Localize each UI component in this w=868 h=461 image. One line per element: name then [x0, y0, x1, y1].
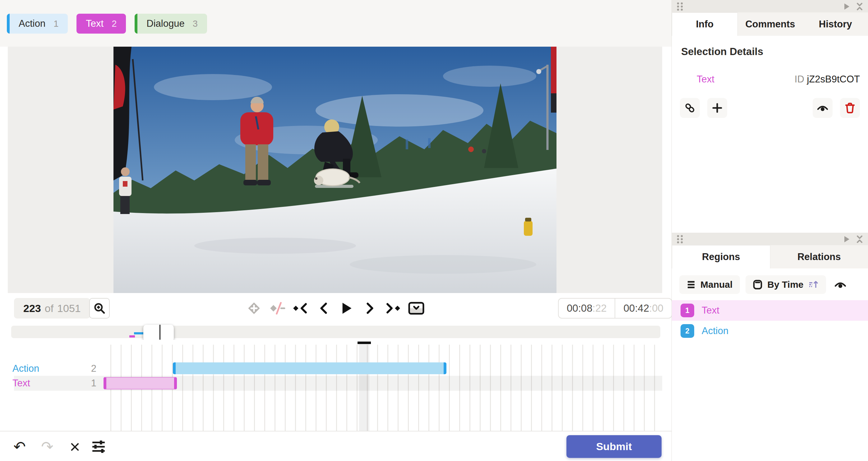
frame-total: 1051 [57, 302, 81, 315]
regions-toolbar: Manual By Time [672, 268, 868, 300]
frame-counter[interactable]: 223 of 1051 [14, 298, 90, 319]
order-by-time-button[interactable]: By Time [745, 275, 826, 294]
region-list-item-action[interactable]: 2 Action [672, 321, 868, 341]
link-icon [685, 103, 695, 113]
label-chip-name: Action [19, 18, 45, 29]
toggle-interpolation-button[interactable] [268, 299, 286, 318]
settings-button[interactable] [90, 437, 107, 456]
label-chips: Action 1 Text 2 Dialogue 3 [7, 14, 207, 34]
bottom-toolbar: ↶ ↷ × Submit [0, 431, 672, 461]
duration-time: 00:42 :00 [615, 302, 671, 314]
undo-button[interactable]: ↶ [10, 437, 29, 456]
label-chip-text[interactable]: Text 2 [76, 14, 126, 34]
timeline-zoom-button[interactable] [89, 298, 110, 319]
timeline-tracks: Action 2 Text 1 [0, 340, 672, 431]
tab-history[interactable]: History [803, 12, 868, 36]
collapse-timeline-button[interactable] [407, 299, 425, 318]
trash-icon [845, 102, 855, 114]
drag-handle-icon[interactable] [676, 234, 684, 244]
play-button[interactable] [338, 299, 355, 318]
hide-region-button[interactable] [813, 98, 833, 118]
add-relation-button[interactable] [707, 98, 727, 118]
current-time[interactable]: 00:08 :22 [559, 302, 615, 314]
video-labeling-app: Action 1 Text 2 Dialogue 3 [0, 0, 868, 461]
collapse-panel-icon[interactable] [856, 2, 864, 11]
region-bar-text[interactable] [103, 377, 177, 390]
timeline-minimap [0, 324, 672, 340]
labels-topbar: Action 1 Text 2 Dialogue 3 [0, 0, 672, 47]
minimap-text-segment [129, 335, 135, 338]
playhead-handle[interactable] [358, 342, 371, 344]
sort-asc-icon [809, 280, 818, 289]
minimap-strip[interactable] [11, 326, 660, 338]
selection-id: ID jZ2sB9tCOT [795, 74, 860, 85]
current-time-frames: :22 [593, 302, 607, 314]
chevron-right-icon [365, 302, 375, 314]
prev-frame-button[interactable] [315, 299, 333, 318]
label-chip-dialogue[interactable]: Dialogue 3 [135, 14, 207, 34]
region-list-item-text[interactable]: 1 Text [672, 300, 868, 321]
prev-keypoint-icon [293, 302, 308, 314]
prev-keypoint-button[interactable] [291, 299, 309, 318]
label-chip-action[interactable]: Action 1 [7, 14, 68, 34]
collapse-panel-icon[interactable] [856, 234, 864, 244]
drag-handle-icon[interactable] [676, 2, 684, 11]
minimap-viewport[interactable] [143, 325, 174, 341]
playhead-column [359, 343, 369, 431]
tab-relations[interactable]: Relations [770, 245, 868, 268]
eye-icon [834, 280, 846, 290]
tab-comments[interactable]: Comments [738, 12, 803, 36]
order-by-time-label: By Time [767, 279, 803, 290]
selection-details-heading: Selection Details [681, 46, 868, 58]
regions-list: 1 Text 2 Action [672, 300, 868, 341]
video-stage [8, 47, 662, 293]
submit-button[interactable]: Submit [566, 435, 661, 458]
detach-panel-icon[interactable] [843, 235, 850, 243]
redo-icon: ↷ [41, 438, 53, 455]
selection-id-label: ID [795, 74, 804, 85]
playback-buttons [245, 298, 425, 319]
selection-row[interactable]: Text ID jZ2sB9tCOT [697, 74, 860, 85]
label-chip-name: Text [86, 18, 103, 29]
region-label: Text [702, 305, 719, 316]
details-panel: Info Comments History Selection Details … [672, 0, 868, 233]
add-keypoint-button[interactable] [245, 299, 263, 318]
undo-icon: ↶ [13, 438, 26, 455]
toggle-all-regions-visibility-button[interactable] [832, 276, 849, 293]
keypoint-slash-icon [269, 302, 286, 315]
frame-separator: of [45, 302, 54, 315]
track-label-text[interactable]: Text [12, 376, 30, 391]
right-sidebar: Info Comments History Selection Details … [672, 0, 868, 461]
track-label-action[interactable]: Action [12, 362, 39, 376]
region-index-badge: 1 [681, 304, 694, 317]
diamond-plus-icon [247, 301, 261, 315]
group-manual-button[interactable]: Manual [679, 275, 740, 294]
next-keypoint-button[interactable] [384, 299, 402, 318]
region-label: Action [702, 325, 728, 337]
label-chip-name: Dialogue [147, 18, 184, 29]
play-icon [341, 302, 352, 315]
group-manual-label: Manual [701, 279, 733, 290]
board-icon [753, 280, 762, 290]
panel-header [672, 0, 868, 12]
sliders-icon [91, 440, 106, 453]
label-chip-hotkey: 2 [112, 19, 117, 29]
redo-button[interactable]: ↷ [38, 437, 56, 456]
reset-button[interactable]: × [66, 437, 84, 456]
delete-region-button[interactable] [840, 98, 860, 118]
group-lines-icon [687, 281, 695, 289]
tab-info[interactable]: Info [672, 12, 738, 36]
regions-tabs: Regions Relations [672, 245, 868, 268]
label-color-bar [135, 14, 137, 34]
detach-panel-icon[interactable] [843, 3, 850, 10]
magnifier-plus-icon [94, 302, 105, 314]
next-frame-button[interactable] [361, 299, 379, 318]
panel-header [672, 233, 868, 245]
region-bar-action[interactable] [173, 363, 446, 374]
minimap-playhead [159, 325, 160, 341]
video-frame[interactable] [114, 47, 557, 293]
label-color-bar [7, 14, 10, 34]
selection-type-label: Text [697, 74, 714, 85]
link-region-button[interactable] [680, 98, 700, 118]
tab-regions[interactable]: Regions [672, 245, 770, 268]
